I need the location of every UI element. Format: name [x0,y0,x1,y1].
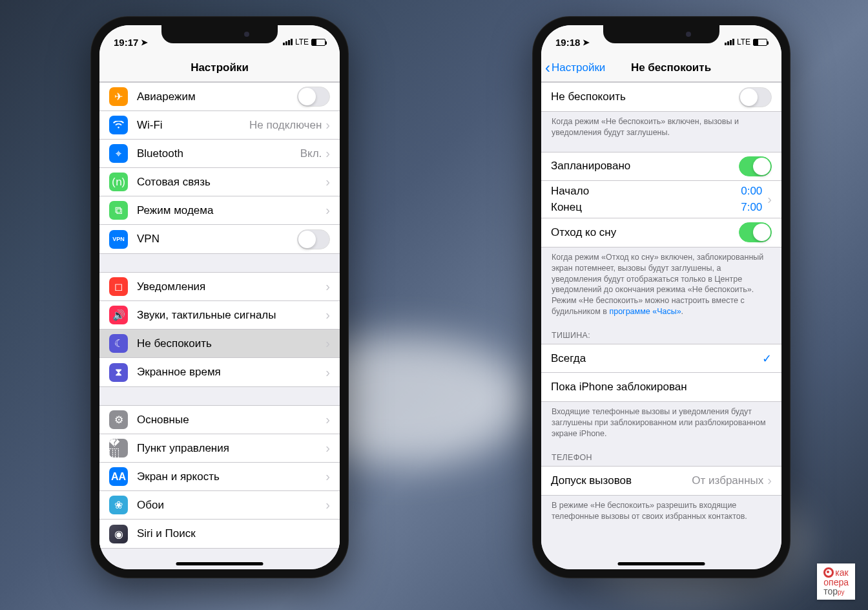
airplane-icon: ✈ [109,87,128,106]
settings-list[interactable]: ✈ Авиарежим Wi-Fi Не подключен › ⌖ Bluet… [99,82,340,569]
bedtime-footer: Когда режим «Отход ко сну» включен, забл… [541,247,781,322]
airplane-toggle[interactable] [297,87,330,107]
chevron-right-icon: › [326,365,330,380]
antenna-icon: (ո) [109,173,128,191]
row-schedule-time[interactable]: Начало0:00 Конец7:00 › [541,181,781,218]
location-icon: ➤ [141,37,148,47]
status-time: 19:17 [114,37,138,48]
chevron-right-icon: › [326,118,330,132]
clock-app-link[interactable]: программе «Часы» [609,307,681,316]
chevron-right-icon: › [326,146,330,161]
network-label: LTE [295,37,309,47]
row-allow-calls[interactable]: Допуск вызовов От избранных › [541,467,781,495]
moon-icon: ☾ [109,334,128,353]
row-general[interactable]: ⚙ Основные › [99,406,340,434]
navbar: Настройки [99,54,340,82]
signal-icon [283,39,293,45]
silence-header: ТИШИНА: [541,322,781,344]
phone-right: 19:18 ➤ LTE ‹ Настройки Не беспокоить [532,16,790,578]
row-dnd-main[interactable]: Не беспокоить [541,83,781,111]
speaker-icon: 🔊 [109,306,128,324]
row-silence-locked[interactable]: Пока iPhone заблокирован [541,373,781,401]
chevron-right-icon: › [326,498,330,512]
phone-left: 19:17 ➤ LTE Настройки ✈ Авиарежим [90,16,349,578]
back-button[interactable]: ‹ Настройки [545,60,605,76]
allow-footer: В режиме «Не беспокоить» разрешить входя… [541,496,781,527]
row-bedtime[interactable]: Отход ко сну [541,218,781,247]
wifi-icon [109,116,128,134]
dnd-settings[interactable]: Не беспокоить Когда режим «Не беспокоить… [541,82,781,569]
dnd-toggle[interactable] [739,87,772,107]
silence-footer: Входящие телефонные вызовы и уведомления… [541,402,781,444]
row-hotspot[interactable]: ⧉ Режим модема › [99,196,340,225]
phone-header: ТЕЛЕФОН [541,444,781,466]
status-time: 19:18 [555,37,580,48]
notch [603,25,719,43]
row-silence-always[interactable]: Всегда ✓ [541,344,781,373]
hourglass-icon: ⧗ [109,363,128,382]
bedtime-toggle[interactable] [739,222,772,242]
row-sounds[interactable]: 🔊 Звуки, тактильные сигналы › [99,301,340,330]
bluetooth-icon: ⌖ [109,144,128,163]
home-indicator[interactable] [618,562,705,565]
signal-icon [725,39,734,45]
row-bluetooth[interactable]: ⌖ Bluetooth Вкл. › [99,140,340,168]
checkmark-icon: ✓ [762,352,772,366]
row-siri[interactable]: ◉ Siri и Поиск [99,520,340,548]
scheduled-toggle[interactable] [739,156,772,176]
chevron-right-icon: › [326,412,330,427]
network-label: LTE [737,37,750,47]
link-icon: ⧉ [109,201,128,220]
chevron-right-icon: › [326,203,330,218]
battery-icon [311,39,326,46]
chevron-right-icon: › [326,174,330,189]
notch [161,25,278,43]
chevron-right-icon: › [326,441,330,456]
battery-icon [753,39,767,46]
text-icon: AA [109,467,128,486]
flower-icon: ❀ [109,496,128,514]
sliders-icon: �⿲ [109,439,128,458]
chevron-left-icon: ‹ [545,60,550,76]
row-display[interactable]: AA Экран и яркость › [99,463,340,491]
row-control-center[interactable]: �⿲ Пункт управления › [99,434,340,463]
dnd-footer: Когда режим «Не беспокоить» включен, выз… [541,112,781,143]
row-screentime[interactable]: ⧗ Экранное время › [99,358,340,386]
row-cellular[interactable]: (ո) Сотовая связь › [99,168,340,196]
row-wallpaper[interactable]: ❀ Обои › [99,491,340,520]
siri-icon: ◉ [109,525,128,543]
bell-icon: ◻ [109,277,128,296]
row-airplane[interactable]: ✈ Авиарежим [99,83,340,111]
row-vpn[interactable]: VPN VPN [99,225,340,253]
chevron-right-icon: › [326,469,330,484]
nav-title: Настройки [191,61,249,74]
row-dnd[interactable]: ☾ Не беспокоить › [99,330,340,358]
row-scheduled[interactable]: Запланировано [541,152,781,181]
row-wifi[interactable]: Wi-Fi Не подключен › [99,111,340,140]
navbar: ‹ Настройки Не беспокоить [541,54,781,82]
watermark: как опера торру [817,563,855,600]
chevron-right-icon: › [326,279,330,294]
location-icon: ➤ [583,37,590,47]
home-indicator[interactable] [176,562,264,565]
chevron-right-icon: › [767,473,772,488]
gear-icon: ⚙ [109,410,128,429]
row-notifications[interactable]: ◻ Уведомления › [99,273,340,301]
chevron-right-icon: › [767,192,772,207]
chevron-right-icon: › [326,308,330,322]
nav-title: Не беспокоить [631,61,711,74]
vpn-icon: VPN [109,230,128,249]
vpn-toggle[interactable] [297,229,330,249]
chevron-right-icon: › [326,336,330,351]
